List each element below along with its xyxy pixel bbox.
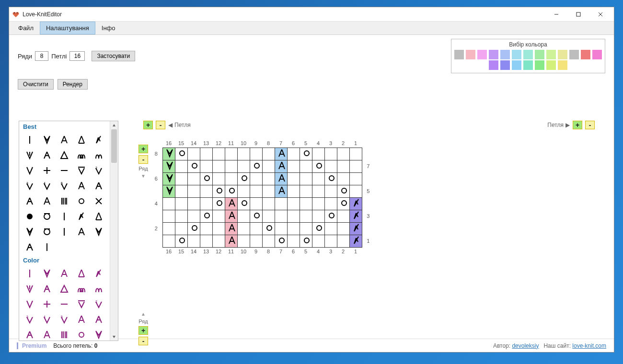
grid-cell[interactable] <box>324 210 337 222</box>
grid-cell[interactable] <box>162 172 175 185</box>
grid-cell[interactable] <box>337 197 349 210</box>
grid-cell[interactable] <box>337 172 349 185</box>
grid-cell[interactable] <box>175 197 187 210</box>
grid-cell[interactable] <box>287 197 300 210</box>
scroll-up-icon[interactable] <box>110 121 118 129</box>
palette-symbol[interactable] <box>21 224 38 239</box>
palette-symbol[interactable]: 4 <box>38 178 56 193</box>
palette-symbol[interactable] <box>38 163 56 178</box>
grid-cell[interactable] <box>237 185 250 197</box>
grid-cell[interactable] <box>225 172 237 185</box>
maximize-button[interactable] <box>568 8 589 21</box>
grid-cell[interactable] <box>237 197 250 210</box>
grid-cell[interactable] <box>212 185 225 197</box>
palette-symbol[interactable] <box>73 148 90 163</box>
grid-cell[interactable] <box>324 222 337 235</box>
grid-cell[interactable] <box>250 210 262 222</box>
palette-symbol[interactable] <box>73 132 90 148</box>
palette-symbol[interactable]: 5 <box>56 312 73 327</box>
grid-cell[interactable] <box>287 148 300 160</box>
grid-cell[interactable] <box>200 222 212 235</box>
scrollbar-thumb[interactable] <box>111 129 117 163</box>
grid-cell[interactable] <box>200 148 212 160</box>
grid-cell[interactable] <box>324 148 337 160</box>
palette-symbol[interactable] <box>73 178 90 193</box>
grid-cell[interactable] <box>237 172 250 185</box>
grid-cell[interactable] <box>262 210 275 222</box>
grid-cell[interactable] <box>349 185 362 197</box>
grid-cell[interactable] <box>237 222 250 235</box>
grid-cell[interactable] <box>275 222 287 235</box>
grid-cell[interactable] <box>300 210 312 222</box>
grid-cell[interactable] <box>300 222 312 235</box>
palette-symbol[interactable] <box>90 132 107 148</box>
grid-cell[interactable] <box>162 160 175 172</box>
grid-cell[interactable] <box>312 172 324 185</box>
palette-symbol[interactable]: 3 <box>21 178 38 193</box>
palette-symbol[interactable] <box>73 296 90 312</box>
minimize-button[interactable] <box>546 8 567 21</box>
grid-cell[interactable] <box>337 160 349 172</box>
palette-symbol[interactable] <box>38 296 56 312</box>
grid-cell[interactable] <box>324 172 337 185</box>
palette-symbol[interactable] <box>21 132 38 148</box>
grid-cell[interactable] <box>337 222 349 235</box>
palette-symbol[interactable]: 3 <box>21 312 38 327</box>
grid-cell[interactable] <box>175 235 187 247</box>
palette-symbol[interactable] <box>90 224 107 239</box>
grid-cell[interactable] <box>262 185 275 197</box>
author-link[interactable]: devoleksiy <box>512 342 539 349</box>
grid-cell[interactable] <box>262 222 275 235</box>
grid-cell[interactable] <box>162 210 175 222</box>
color-swatch[interactable] <box>535 60 544 70</box>
palette-symbol[interactable]: 2 <box>90 296 107 312</box>
color-swatch[interactable] <box>500 50 510 59</box>
palette-scrollbar[interactable] <box>110 121 118 341</box>
palette-symbol[interactable] <box>73 266 90 281</box>
grid-cell[interactable] <box>200 160 212 172</box>
grid-cell[interactable] <box>349 210 362 222</box>
grid-cell[interactable] <box>312 160 324 172</box>
grid-cell[interactable] <box>175 160 187 172</box>
grid-cell[interactable] <box>349 197 362 210</box>
palette-symbol[interactable]: 5 <box>56 178 73 193</box>
palette-symbol[interactable] <box>38 209 56 224</box>
palette-symbol[interactable] <box>38 193 56 209</box>
close-button[interactable] <box>590 8 611 21</box>
palette-symbol[interactable] <box>38 327 56 341</box>
grid-cell[interactable] <box>312 148 324 160</box>
grid-cell[interactable] <box>349 222 362 235</box>
palette-symbol[interactable] <box>73 209 90 224</box>
grid-cell[interactable] <box>200 172 212 185</box>
grid-cell[interactable] <box>187 148 200 160</box>
grid-cell[interactable] <box>262 160 275 172</box>
grid-cell[interactable] <box>225 235 237 247</box>
grid-cell[interactable] <box>212 210 225 222</box>
grid-cell[interactable] <box>300 160 312 172</box>
remove-stitch-left-button[interactable]: - <box>156 121 165 129</box>
grid-cell[interactable] <box>187 235 200 247</box>
palette-symbol[interactable] <box>56 209 73 224</box>
grid-cell[interactable] <box>250 235 262 247</box>
grid-cell[interactable] <box>200 210 212 222</box>
palette-symbol[interactable] <box>56 193 73 209</box>
grid-cell[interactable] <box>187 160 200 172</box>
palette-symbol[interactable] <box>21 148 38 163</box>
grid-cell[interactable] <box>300 172 312 185</box>
grid-cell[interactable] <box>349 160 362 172</box>
premium-badge[interactable]: Premium <box>17 342 46 349</box>
palette-symbol[interactable] <box>56 132 73 148</box>
palette-symbol[interactable] <box>38 132 56 148</box>
palette-symbol[interactable] <box>73 312 90 327</box>
color-swatch[interactable] <box>592 50 602 59</box>
clear-button[interactable]: Очистити <box>18 79 54 90</box>
grid-cell[interactable] <box>200 185 212 197</box>
palette-symbol[interactable] <box>21 296 38 312</box>
grid-cell[interactable] <box>312 222 324 235</box>
grid-cell[interactable] <box>349 148 362 160</box>
palette-symbol[interactable] <box>73 163 90 178</box>
render-button[interactable]: Рендер <box>58 79 88 90</box>
grid-cell[interactable] <box>337 235 349 247</box>
grid-cell[interactable] <box>349 235 362 247</box>
pattern-grid[interactable]: 1615141312111098765432187654321161514131… <box>150 139 374 256</box>
